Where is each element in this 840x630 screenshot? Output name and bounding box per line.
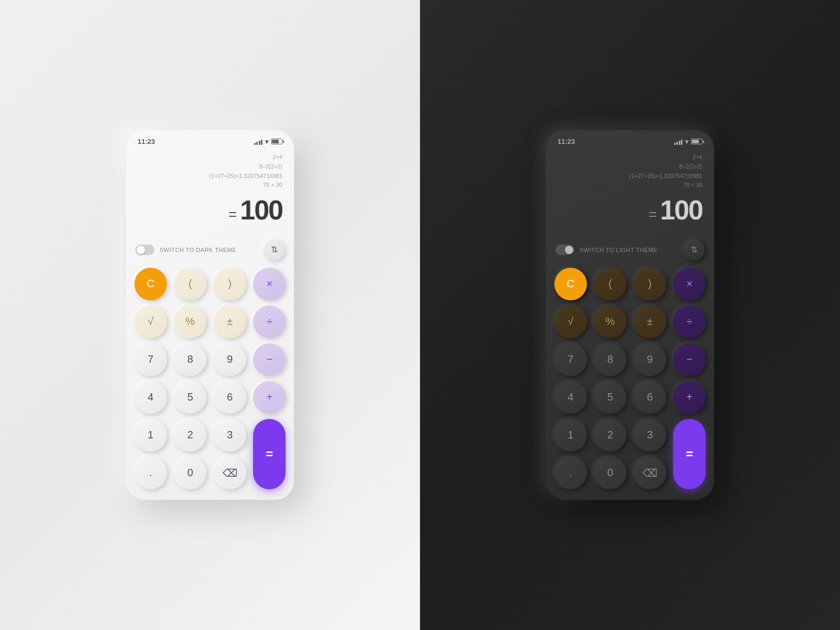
btn-1-dark[interactable]: 1 bbox=[554, 419, 587, 452]
btn-7-light[interactable]: 7 bbox=[134, 343, 167, 376]
toggle-label-light: Switch to dark theme bbox=[160, 247, 236, 253]
btn-close-paren-light[interactable]: ) bbox=[214, 268, 246, 300]
status-icons-light: ▾ bbox=[254, 138, 283, 145]
btn-8-dark[interactable]: 8 bbox=[594, 343, 626, 376]
light-panel: 11:23 ▾ 2×4 8÷2(2+2) (1+27+25)×1,3207547 bbox=[0, 0, 420, 630]
btn-2-dark[interactable]: 2 bbox=[594, 419, 626, 452]
btn-multiply-dark[interactable]: × bbox=[673, 268, 706, 300]
btn-equals-light[interactable]: = bbox=[253, 419, 286, 489]
btn-open-paren-light[interactable]: ( bbox=[174, 268, 206, 300]
btn-clear-dark[interactable]: C bbox=[554, 268, 587, 300]
btn-plus-dark[interactable]: + bbox=[673, 381, 706, 414]
btn-equals-dark[interactable]: = bbox=[673, 419, 706, 489]
dark-panel: 11:23 ▾ 2×4 8÷2(2+2) (1+27+25)×1,3207547 bbox=[420, 0, 840, 630]
battery-icon-light bbox=[271, 139, 282, 144]
status-bar-light: 11:23 ▾ bbox=[126, 130, 294, 149]
btn-minus-light[interactable]: − bbox=[253, 343, 286, 376]
toggle-group-light[interactable]: Switch to dark theme bbox=[135, 245, 236, 255]
btn-6-light[interactable]: 6 bbox=[214, 381, 246, 414]
signal-icon-light bbox=[254, 139, 263, 145]
btn-backspace-dark[interactable]: ⌫ bbox=[634, 457, 666, 489]
btn-close-paren-dark[interactable]: ) bbox=[634, 268, 666, 300]
result-row-dark: = 100 bbox=[558, 194, 702, 226]
btn-7-dark[interactable]: 7 bbox=[554, 343, 587, 376]
theme-row-dark: Switch to light theme ⇅ bbox=[546, 234, 714, 268]
toggle-label-dark: Switch to light theme bbox=[580, 247, 657, 253]
theme-toggle-dark[interactable] bbox=[555, 245, 574, 255]
btn-plus-light[interactable]: + bbox=[253, 381, 286, 414]
result-row-light: = 100 bbox=[138, 194, 282, 226]
btn-0-dark[interactable]: 0 bbox=[594, 457, 626, 489]
theme-row-light: Switch to dark theme ⇅ bbox=[126, 234, 294, 268]
status-bar-dark: 11:23 ▾ bbox=[546, 130, 714, 149]
equals-sign-dark: = bbox=[648, 206, 657, 223]
btn-9-dark[interactable]: 9 bbox=[634, 343, 666, 376]
btn-9-light[interactable]: 9 bbox=[214, 343, 246, 376]
btn-percent-dark[interactable]: % bbox=[594, 306, 626, 338]
btn-dot-light[interactable]: . bbox=[134, 457, 167, 489]
btn-2-light[interactable]: 2 bbox=[174, 419, 206, 452]
result-value-light: 100 bbox=[240, 194, 282, 226]
btn-percent-light[interactable]: % bbox=[174, 306, 206, 338]
btn-multiply-light[interactable]: × bbox=[253, 268, 286, 300]
equals-sign-light: = bbox=[228, 206, 237, 223]
display-light: 2×4 8÷2(2+2) (1+27+25)×1,320754716981 70… bbox=[126, 149, 294, 234]
history-dark: 2×4 8÷2(2+2) (1+27+25)×1,320754716981 70… bbox=[558, 153, 702, 190]
light-phone: 11:23 ▾ 2×4 8÷2(2+2) (1+27+25)×1,3207547 bbox=[126, 130, 294, 499]
result-value-dark: 100 bbox=[660, 194, 702, 226]
btn-6-dark[interactable]: 6 bbox=[634, 381, 666, 414]
btn-divide-dark[interactable]: ÷ bbox=[673, 306, 706, 338]
sort-button-light[interactable]: ⇅ bbox=[264, 239, 285, 260]
btn-minus-dark[interactable]: − bbox=[673, 343, 706, 376]
btn-sqrt-dark[interactable]: √ bbox=[554, 306, 587, 338]
btn-sqrt-light[interactable]: √ bbox=[134, 306, 167, 338]
theme-toggle-light[interactable] bbox=[135, 245, 154, 255]
btn-dot-dark[interactable]: . bbox=[554, 457, 587, 489]
dark-phone: 11:23 ▾ 2×4 8÷2(2+2) (1+27+25)×1,3207547 bbox=[546, 130, 714, 499]
btn-5-light[interactable]: 5 bbox=[174, 381, 206, 414]
status-icons-dark: ▾ bbox=[674, 138, 703, 145]
toggle-knob-dark bbox=[565, 246, 573, 254]
btn-open-paren-dark[interactable]: ( bbox=[594, 268, 626, 300]
btn-8-light[interactable]: 8 bbox=[174, 343, 206, 376]
btn-backspace-light[interactable]: ⌫ bbox=[214, 457, 246, 489]
button-grid-dark: C ( ) × √ % ± ÷ 7 8 9 − 4 5 6 + 1 2 3 = … bbox=[546, 268, 714, 500]
btn-0-light[interactable]: 0 bbox=[174, 457, 206, 489]
history-light: 2×4 8÷2(2+2) (1+27+25)×1,320754716981 70… bbox=[138, 153, 282, 190]
display-dark: 2×4 8÷2(2+2) (1+27+25)×1,320754716981 70… bbox=[546, 149, 714, 234]
time-light: 11:23 bbox=[138, 138, 155, 145]
btn-plusminus-dark[interactable]: ± bbox=[634, 306, 666, 338]
btn-divide-light[interactable]: ÷ bbox=[253, 306, 286, 338]
btn-plusminus-light[interactable]: ± bbox=[214, 306, 246, 338]
btn-4-light[interactable]: 4 bbox=[134, 381, 167, 414]
wifi-icon-dark: ▾ bbox=[685, 138, 688, 145]
time-dark: 11:23 bbox=[558, 138, 575, 145]
toggle-group-dark[interactable]: Switch to light theme bbox=[555, 245, 657, 255]
battery-icon-dark bbox=[691, 139, 702, 144]
btn-1-light[interactable]: 1 bbox=[134, 419, 167, 452]
btn-4-dark[interactable]: 4 bbox=[554, 381, 587, 414]
btn-3-dark[interactable]: 3 bbox=[634, 419, 666, 452]
btn-3-light[interactable]: 3 bbox=[214, 419, 246, 452]
toggle-knob-light bbox=[136, 246, 145, 254]
btn-clear-light[interactable]: C bbox=[134, 268, 167, 300]
button-grid-light: C ( ) × √ % ± ÷ 7 8 9 − 4 5 6 + 1 2 3 = … bbox=[126, 268, 294, 500]
btn-5-dark[interactable]: 5 bbox=[594, 381, 626, 414]
wifi-icon-light: ▾ bbox=[265, 138, 268, 145]
signal-icon-dark bbox=[674, 139, 683, 145]
sort-button-dark[interactable]: ⇅ bbox=[684, 239, 705, 260]
